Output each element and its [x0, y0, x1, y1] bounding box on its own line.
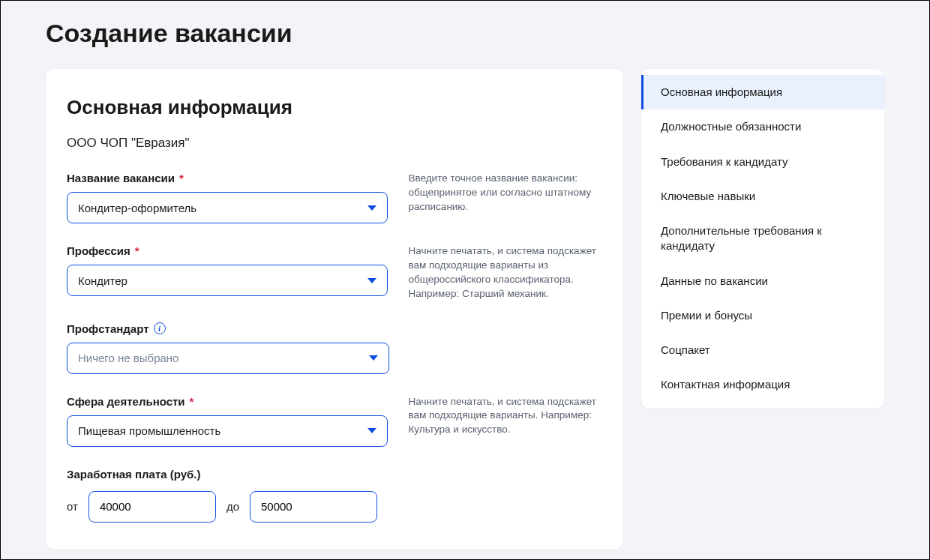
field-row-job-title: Название вакансии * Кондитер-оформитель …	[67, 172, 602, 223]
required-mark: *	[135, 244, 140, 257]
hint-sphere: Начните печатать, и система подскажет ва…	[409, 395, 603, 438]
salary-from-prefix: от	[67, 500, 78, 513]
required-mark: *	[179, 172, 184, 184]
chevron-down-icon	[369, 355, 378, 361]
profstandard-placeholder: Ничего не выбрано	[78, 352, 178, 364]
field-row-profstandard: Профстандарт i Ничего не выбрано	[67, 322, 602, 374]
sidebar-item-vacancy-data[interactable]: Данные по вакансии	[641, 264, 884, 298]
section-title: Основная информация	[67, 96, 602, 119]
field-row-profession: Профессия * Кондитер Начните печатать, и…	[67, 244, 602, 301]
sidebar-item-skills[interactable]: Ключевые навыки	[641, 179, 884, 214]
main-form-card: Основная информация ООО ЧОП "Евразия" На…	[46, 69, 623, 550]
profession-value: Кондитер	[78, 274, 128, 287]
sidebar-item-additional-req[interactable]: Дополнительные требования к кандидату	[641, 214, 884, 264]
field-row-sphere: Сфера деятельности * Пищевая промышленно…	[67, 395, 602, 447]
sphere-select[interactable]: Пищевая промышленность	[67, 415, 388, 447]
chevron-down-icon	[368, 205, 376, 211]
salary-to-prefix: до	[226, 500, 239, 513]
page-title: Создание вакансии	[1, 1, 929, 69]
label-profession: Профессия *	[67, 244, 388, 257]
chevron-down-icon	[368, 278, 376, 283]
sidebar-item-contacts[interactable]: Контактная информация	[641, 367, 884, 402]
sidebar-item-duties[interactable]: Должностные обязанности	[641, 109, 884, 144]
profession-select[interactable]: Кондитер	[67, 265, 388, 296]
field-salary: Заработная плата (руб.) от до	[67, 468, 602, 523]
label-sphere: Сфера деятельности *	[67, 395, 388, 408]
label-job-title: Название вакансии *	[67, 172, 388, 184]
job-title-value: Кондитер-оформитель	[78, 202, 196, 214]
sidebar-item-requirements[interactable]: Требования к кандидату	[641, 145, 884, 179]
hint-profession: Начните печатать, и система подскажет ва…	[409, 244, 603, 301]
info-icon[interactable]: i	[154, 322, 166, 334]
salary-to-input[interactable]	[250, 491, 377, 523]
label-profstandard: Профстандарт i	[67, 322, 389, 335]
required-mark: *	[190, 395, 194, 408]
label-salary: Заработная плата (руб.)	[67, 468, 602, 481]
job-title-select[interactable]: Кондитер-оформитель	[67, 192, 388, 223]
chevron-down-icon	[368, 428, 376, 433]
salary-from-input[interactable]	[88, 491, 216, 523]
sphere-value: Пищевая промышленность	[78, 424, 220, 437]
company-name: ООО ЧОП "Евразия"	[67, 136, 602, 151]
profstandard-select[interactable]: Ничего не выбрано	[67, 343, 389, 374]
sidebar-item-basic-info[interactable]: Основная информация	[641, 75, 884, 109]
sidebar-nav: Основная информация Должностные обязанно…	[641, 69, 884, 409]
sidebar-item-bonuses[interactable]: Премии и бонусы	[641, 298, 884, 333]
hint-job-title: Введите точное название вакансии: общепр…	[409, 172, 603, 214]
sidebar-item-social[interactable]: Соцпакет	[641, 333, 884, 367]
